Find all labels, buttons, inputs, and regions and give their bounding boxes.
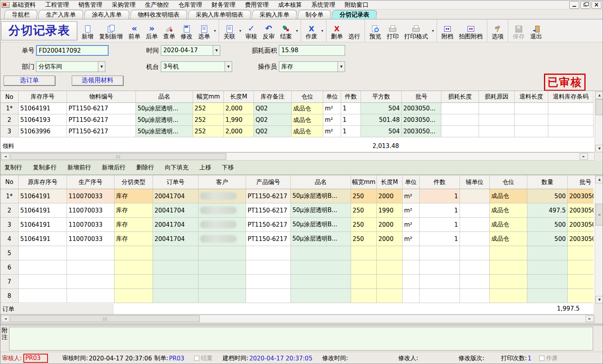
grid-button-3[interactable]: 新增后行 <box>102 164 126 171</box>
department-select[interactable]: 分切车间▼ <box>36 61 105 72</box>
column-header[interactable]: 原库存序号 <box>19 175 67 189</box>
cell[interactable] <box>198 218 246 232</box>
cell[interactable] <box>114 289 153 303</box>
cell[interactable]: PT1150-6217 <box>67 114 136 126</box>
tab-6[interactable]: 制令单 <box>298 10 331 19</box>
cell[interactable]: 51064191 <box>19 232 67 246</box>
cell[interactable]: 20041704 <box>153 189 198 203</box>
scroll-left-icon[interactable]: ◄ <box>1 315 10 322</box>
cell[interactable] <box>420 275 460 289</box>
cell[interactable]: 50μ涂层透明B... <box>291 218 351 232</box>
cell[interactable] <box>568 275 593 289</box>
table-row[interactable]: 351063996PT1150-621750μ涂层透明...2522,000Q0… <box>0 126 593 137</box>
cell[interactable]: 1 <box>420 232 460 246</box>
grid-button-2[interactable]: 新增前行 <box>67 164 91 171</box>
options-button[interactable]: 选项 <box>489 19 506 42</box>
tab-1[interactable]: 生产入库单 <box>38 10 84 19</box>
cell[interactable] <box>527 289 568 303</box>
cell[interactable]: 51064191 <box>19 103 67 114</box>
cell[interactable]: 1 <box>420 203 460 218</box>
cell[interactable] <box>246 289 291 303</box>
cell[interactable] <box>351 289 377 303</box>
cell[interactable] <box>67 246 114 260</box>
cell[interactable]: 50μ涂层透明... <box>136 126 193 137</box>
cell[interactable]: m² <box>403 189 420 203</box>
select-row-button[interactable]: 选行 <box>345 19 363 42</box>
cell[interactable]: 110070033 <box>67 218 114 232</box>
cell[interactable] <box>515 114 548 126</box>
cell[interactable]: 20041704 <box>153 232 198 246</box>
cell[interactable] <box>114 275 153 289</box>
column-header[interactable]: 生产序号 <box>67 175 114 189</box>
cell[interactable]: 8 <box>0 289 19 303</box>
menu-item-2[interactable]: 销售管理 <box>78 1 102 9</box>
tab-0[interactable]: 导航栏 <box>4 10 38 19</box>
cell[interactable]: 成品仓 <box>490 203 527 218</box>
menu-item-3[interactable]: 采购管理 <box>112 1 135 9</box>
cell[interactable] <box>403 289 420 303</box>
cell[interactable] <box>479 126 515 137</box>
cell[interactable] <box>351 246 377 260</box>
cell[interactable] <box>19 289 67 303</box>
column-header[interactable]: 长度M <box>224 91 254 103</box>
cell[interactable]: 497.5 <box>527 203 568 218</box>
cell[interactable]: 2003050... <box>402 103 441 114</box>
column-header[interactable]: 退料长度 <box>515 91 548 103</box>
prev-doc-button[interactable]: 前单 <box>126 19 143 42</box>
cell[interactable]: 成品仓 <box>490 189 527 203</box>
snapshot-attach-button[interactable]: 拍图附档 <box>456 19 485 42</box>
cell[interactable]: 2003050... <box>402 114 441 126</box>
cell[interactable]: Q02 <box>254 126 292 137</box>
column-header[interactable]: 库存序号 <box>19 91 67 103</box>
column-header[interactable]: No <box>0 175 19 189</box>
column-header[interactable]: 订单号 <box>153 175 198 189</box>
column-header[interactable]: 幅宽mm <box>193 91 224 103</box>
cell[interactable]: 51063996 <box>19 126 67 137</box>
cell[interactable]: 7 <box>0 275 19 289</box>
cell[interactable] <box>490 275 527 289</box>
scroll-left-icon[interactable]: ◄ <box>1 153 10 160</box>
scroll-thumb[interactable]: ||| <box>10 315 200 322</box>
preview-button[interactable]: 预览 <box>366 19 384 42</box>
scroll-down-icon[interactable]: ▼ <box>595 145 603 152</box>
grid-button-6[interactable]: 上移 <box>199 164 211 171</box>
cell[interactable]: 1 <box>420 189 460 203</box>
cell[interactable] <box>548 126 593 137</box>
select-doc-dropdown-arrow-icon[interactable]: ▾ <box>213 28 217 33</box>
cell[interactable] <box>198 189 246 203</box>
notes-textarea[interactable] <box>9 327 593 351</box>
cell[interactable]: m² <box>403 232 420 246</box>
menu-item-5[interactable]: 仓库管理 <box>178 1 202 9</box>
cell[interactable]: 2 <box>0 203 19 218</box>
cell[interactable]: 2003050 <box>568 218 593 232</box>
column-header[interactable]: 批号 <box>402 91 441 103</box>
cell[interactable]: 500 <box>527 218 568 232</box>
cell[interactable] <box>460 246 490 260</box>
cell[interactable]: 成品仓 <box>292 126 323 137</box>
cell[interactable] <box>460 260 490 275</box>
cell[interactable] <box>527 260 568 275</box>
cell[interactable]: m² <box>323 126 341 137</box>
cell[interactable]: 110070033 <box>67 203 114 218</box>
cell[interactable]: 2,000 <box>224 103 254 114</box>
cell[interactable] <box>153 289 198 303</box>
void-button[interactable]: 作废 <box>303 19 320 42</box>
cell[interactable]: 2000 <box>377 218 403 232</box>
column-header[interactable]: 件数 <box>341 91 361 103</box>
approve-button[interactable]: 审核 <box>242 19 260 42</box>
cell[interactable] <box>153 275 198 289</box>
cell[interactable]: 6 <box>0 260 19 275</box>
cell[interactable] <box>198 289 246 303</box>
cell[interactable] <box>377 260 403 275</box>
cell[interactable] <box>403 260 420 275</box>
cell[interactable] <box>403 246 420 260</box>
table-row[interactable]: 1*51064191PT1150-621750μ涂层透明...2522,000Q… <box>0 103 593 114</box>
cell[interactable] <box>198 203 246 218</box>
cell[interactable]: m² <box>323 114 341 126</box>
cell[interactable]: 504 <box>361 103 402 114</box>
cell[interactable] <box>490 246 527 260</box>
cell[interactable] <box>377 246 403 260</box>
cell[interactable]: PT1150-6217 <box>246 203 291 218</box>
modify-button[interactable]: 修改 <box>178 19 195 42</box>
cell[interactable] <box>198 232 246 246</box>
